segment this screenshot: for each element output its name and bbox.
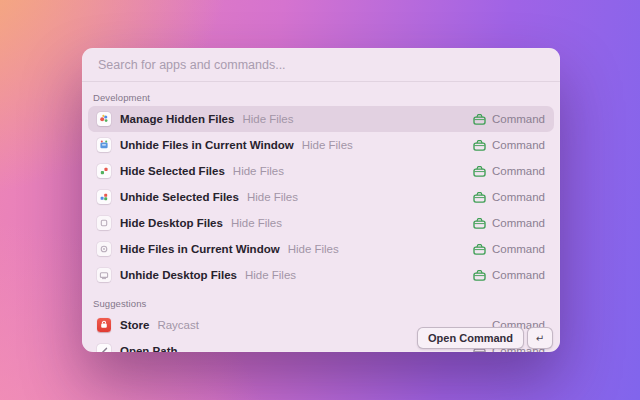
window-outline-tile-icon bbox=[97, 268, 111, 282]
open-command-button[interactable]: Open Command bbox=[417, 327, 524, 349]
list-item-manage-hidden-files[interactable]: Manage Hidden Files Hide Files Command bbox=[88, 106, 554, 132]
item-type-label: Command bbox=[492, 165, 545, 177]
search-bar bbox=[82, 48, 560, 81]
blue-window-tile-icon bbox=[97, 138, 111, 152]
item-subtitle: Hide Files bbox=[247, 191, 298, 203]
circle-outline-tile-icon bbox=[97, 242, 111, 256]
square-outline-tile-icon bbox=[97, 216, 111, 230]
section-header-suggestions: Suggestions bbox=[93, 296, 549, 309]
search-input[interactable] bbox=[98, 58, 544, 72]
green-toolbox-icon bbox=[473, 192, 486, 203]
item-title: Hide Files in Current Window bbox=[120, 243, 280, 255]
raycast-launcher-window: Development Manage Hidden Files Hide Fil… bbox=[82, 48, 560, 352]
item-type-label: Command bbox=[492, 113, 545, 125]
green-toolbox-icon bbox=[473, 114, 486, 125]
pencil-tile-icon bbox=[97, 344, 111, 352]
item-title: Unhide Files in Current Window bbox=[120, 139, 294, 151]
list-item-hide-desktop-files[interactable]: Hide Desktop Files Hide Files Command bbox=[88, 210, 554, 236]
item-type-label: Command bbox=[492, 191, 545, 203]
item-title: Manage Hidden Files bbox=[120, 113, 234, 125]
green-toolbox-icon bbox=[473, 244, 486, 255]
item-type-label: Command bbox=[492, 269, 545, 281]
divider bbox=[82, 81, 560, 82]
item-subtitle: Hide Files bbox=[231, 217, 282, 229]
three-squares-tile-icon bbox=[97, 190, 111, 204]
two-squares-tile-icon bbox=[97, 164, 111, 178]
item-title: Hide Desktop Files bbox=[120, 217, 223, 229]
item-title: Store bbox=[120, 319, 149, 331]
item-subtitle: Hide Files bbox=[233, 165, 284, 177]
green-toolbox-icon bbox=[473, 270, 486, 281]
store-tile-icon bbox=[97, 318, 111, 332]
item-type-label: Command bbox=[492, 243, 545, 255]
green-toolbox-icon bbox=[473, 218, 486, 229]
item-subtitle: Hide Files bbox=[245, 269, 296, 281]
open-command-label: Open Command bbox=[418, 332, 523, 344]
list-item-unhide-selected-files[interactable]: Unhide Selected Files Hide Files Command bbox=[88, 184, 554, 210]
return-key-icon[interactable]: ↵ bbox=[527, 327, 553, 349]
item-title: Unhide Desktop Files bbox=[120, 269, 237, 281]
item-title: Open Path bbox=[120, 345, 178, 352]
open-command-hint: Open Command ↵ bbox=[417, 327, 553, 349]
return-key-glyph: ↵ bbox=[536, 333, 544, 344]
item-type-label: Command bbox=[492, 139, 545, 151]
list-item-unhide-desktop-files[interactable]: Unhide Desktop Files Hide Files Command bbox=[88, 262, 554, 288]
section-header-development: Development bbox=[93, 90, 549, 103]
list-item-unhide-files-in-current-window[interactable]: Unhide Files in Current Window Hide File… bbox=[88, 132, 554, 158]
green-toolbox-icon bbox=[473, 140, 486, 151]
list-item-hide-files-in-current-window[interactable]: Hide Files in Current Window Hide Files … bbox=[88, 236, 554, 262]
item-subtitle: Hide Files bbox=[242, 113, 293, 125]
palette-tile-icon bbox=[97, 112, 111, 126]
item-subtitle: Raycast bbox=[157, 319, 199, 331]
green-toolbox-icon bbox=[473, 166, 486, 177]
results-list: Development Manage Hidden Files Hide Fil… bbox=[82, 90, 560, 352]
item-title: Hide Selected Files bbox=[120, 165, 225, 177]
item-title: Unhide Selected Files bbox=[120, 191, 239, 203]
list-item-hide-selected-files[interactable]: Hide Selected Files Hide Files Command bbox=[88, 158, 554, 184]
item-subtitle: Hide Files bbox=[302, 139, 353, 151]
item-type-label: Command bbox=[492, 217, 545, 229]
item-subtitle: Hide Files bbox=[288, 243, 339, 255]
